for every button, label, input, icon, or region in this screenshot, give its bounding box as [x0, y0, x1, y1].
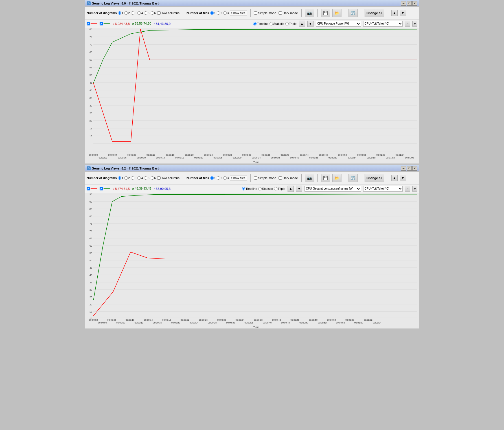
- file-radio-input-2-1[interactable]: [210, 176, 214, 180]
- series-green-check-1[interactable]: [100, 22, 103, 25]
- svg-text:00:01:02: 00:01:02: [386, 157, 395, 159]
- svg-text:70: 70: [89, 230, 92, 233]
- camera-btn-2[interactable]: 📷: [305, 174, 314, 182]
- diagram-radio-1: 1: [118, 11, 123, 15]
- minimize-btn-1[interactable]: ─: [401, 1, 406, 6]
- plus-btn-1[interactable]: +: [412, 21, 417, 27]
- up-btn-2[interactable]: ▲: [391, 175, 398, 181]
- file-radio-input-2-2[interactable]: [217, 176, 220, 180]
- statistic-label-2: Statistic: [262, 187, 273, 190]
- channel2-dropdown-2[interactable]: CPU (Tctl/Tdie) [°C]: [363, 186, 403, 192]
- channel2-dropdown-1[interactable]: CPU (Tctl/Tdie) [°C]: [363, 21, 403, 27]
- file-radio-input-3[interactable]: [223, 11, 227, 15]
- diagram-radio-input-2-2[interactable]: [124, 176, 128, 180]
- svg-text:75: 75: [89, 36, 92, 38]
- file-radio-input-1[interactable]: [210, 11, 214, 15]
- diagram-radio-input-1[interactable]: [118, 11, 121, 15]
- diagram-radio-input-2-6[interactable]: [151, 176, 154, 180]
- triple-label-2: Triple: [278, 187, 285, 190]
- chart-up-btn-2[interactable]: ▲: [288, 186, 294, 192]
- timeline-radio-input-2[interactable]: [242, 187, 245, 190]
- svg-text:45: 45: [89, 266, 92, 269]
- minimize-btn-2[interactable]: ─: [401, 166, 406, 171]
- simple-mode-checkbox-2[interactable]: [254, 176, 257, 180]
- svg-text:00:00:16: 00:00:16: [153, 322, 162, 324]
- file-radio-2-1: 1: [210, 176, 216, 180]
- show-files-btn-1[interactable]: Show files: [230, 10, 247, 16]
- svg-text:45: 45: [89, 81, 92, 84]
- triple-radio-input-1[interactable]: [285, 22, 289, 25]
- show-files-btn-2[interactable]: Show files: [230, 175, 247, 181]
- diagram-radio-label-2-1: 1: [122, 176, 123, 180]
- diagram-radio-input-5[interactable]: [144, 11, 147, 15]
- down-btn-1[interactable]: ▼: [400, 10, 406, 16]
- up-btn-1[interactable]: ▲: [391, 10, 398, 16]
- camera-btn-1[interactable]: 📷: [305, 9, 314, 17]
- two-columns-label-1: Two columns: [161, 11, 179, 15]
- svg-text:00:00:54: 00:00:54: [327, 319, 336, 321]
- channel1-dropdown-2[interactable]: CPU-Gesamt-Leistungsaufnahme [W]: [304, 186, 361, 192]
- minus-btn-1[interactable]: −: [405, 21, 410, 27]
- save-btn-1[interactable]: 💾: [321, 9, 330, 17]
- diagram-radio-input-2-1[interactable]: [118, 176, 121, 180]
- diagram-radio-input-2-3[interactable]: [131, 176, 134, 180]
- svg-text:65: 65: [89, 237, 92, 240]
- two-columns-checkbox-2[interactable]: [157, 176, 161, 180]
- down-btn-2[interactable]: ▼: [400, 175, 406, 181]
- svg-text:00:00:46: 00:00:46: [309, 157, 318, 159]
- diagram-radio-input-4[interactable]: [137, 11, 141, 15]
- series-red-check-1[interactable]: [87, 22, 90, 25]
- svg-text:00:00:48: 00:00:48: [299, 322, 308, 324]
- save-btn-2[interactable]: 💾: [321, 174, 330, 182]
- dark-mode-label-1: Dark mode: [283, 11, 298, 15]
- refresh-btn-2[interactable]: 🔄: [349, 174, 358, 182]
- minus-btn-2[interactable]: −: [405, 186, 410, 192]
- svg-text:55: 55: [89, 252, 92, 255]
- change-all-btn-1[interactable]: Change all: [365, 9, 384, 17]
- diagram-radio-input-6[interactable]: [151, 11, 154, 15]
- maximize-btn-2[interactable]: □: [407, 166, 412, 171]
- triple-radio-input-2[interactable]: [274, 187, 277, 190]
- title-bar-controls-2: ─ □ ✕: [401, 166, 417, 171]
- timeline-radio-input-1[interactable]: [253, 22, 257, 25]
- triple-label-1: Triple: [289, 22, 297, 25]
- stat-blue-2: ↑ 55,90 95,3: [154, 187, 171, 190]
- series-green-check-2[interactable]: [100, 187, 103, 190]
- series-red-check-2[interactable]: [87, 187, 90, 190]
- close-btn-1[interactable]: ✕: [412, 1, 417, 6]
- diagram-count-section-2: Number of diagrams 1 2 3 4 5 6 Two colum…: [87, 176, 179, 180]
- dark-mode-checkbox-2[interactable]: [279, 176, 282, 180]
- chart-down-btn-2[interactable]: ▼: [296, 186, 302, 192]
- file-radio-input-2[interactable]: [217, 11, 220, 15]
- maximize-btn-1[interactable]: □: [407, 1, 412, 6]
- change-all-btn-2[interactable]: Change all: [365, 174, 384, 182]
- dark-mode-checkbox-1[interactable]: [279, 11, 282, 15]
- refresh-btn-1[interactable]: 🔄: [349, 9, 358, 17]
- svg-text:00:00:08: 00:00:08: [127, 154, 136, 156]
- window-1: G Generic Log Viewer 6.0 - © 2021 Thomas…: [85, 0, 419, 164]
- statistic-radio-input-2[interactable]: [258, 187, 262, 190]
- chart-down-btn-1[interactable]: ▼: [307, 21, 314, 27]
- chart-up-btn-1[interactable]: ▲: [299, 21, 305, 27]
- svg-text:25: 25: [89, 112, 92, 115]
- close-btn-2[interactable]: ✕: [412, 166, 417, 171]
- svg-text:25: 25: [89, 296, 92, 299]
- channel1-dropdown-1[interactable]: CPU Package Power [W]: [316, 21, 361, 27]
- diagram-radio-input-2-5[interactable]: [144, 176, 147, 180]
- folder-btn-1[interactable]: 📂: [332, 9, 341, 17]
- svg-text:30: 30: [89, 288, 92, 291]
- diagram-radio-input-2-4[interactable]: [137, 176, 141, 180]
- statistic-radio-input-1[interactable]: [269, 22, 273, 25]
- diagram-radio-2-3: 3: [131, 176, 136, 180]
- two-columns-checkbox-1[interactable]: [157, 11, 161, 15]
- diagram-radio-2-6: 6: [151, 176, 156, 180]
- simple-mode-checkbox-1[interactable]: [254, 11, 257, 15]
- plus-btn-2[interactable]: +: [412, 186, 417, 192]
- svg-text:00:00:40: 00:00:40: [281, 154, 290, 156]
- file-radio-input-2-3[interactable]: [223, 176, 227, 180]
- folder-btn-2[interactable]: 📂: [332, 174, 341, 182]
- diagram-radio-input-3[interactable]: [131, 11, 134, 15]
- diagram-radio-input-2[interactable]: [124, 11, 128, 15]
- svg-text:35: 35: [89, 281, 92, 284]
- file-radio-label-3: 3: [227, 11, 229, 15]
